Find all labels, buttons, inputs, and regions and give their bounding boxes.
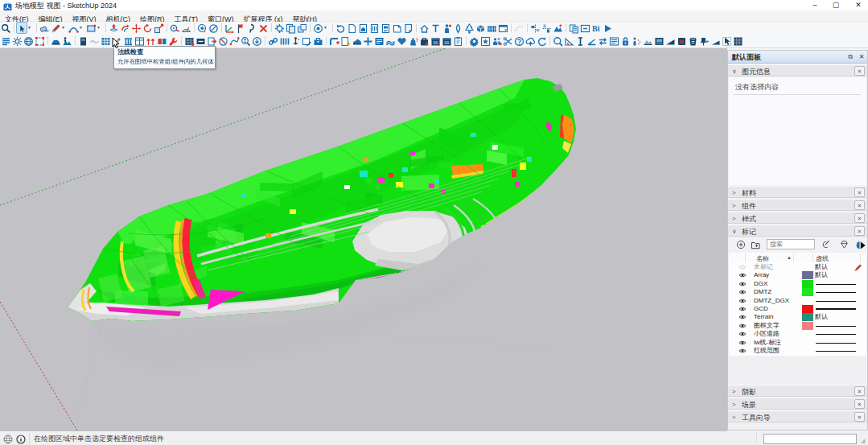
protractor-tool-icon[interactable]	[180, 22, 191, 34]
push-pull-tool-icon[interactable]	[108, 22, 119, 34]
geo-location-icon[interactable]	[23, 35, 34, 47]
tag-row[interactable]: DMTZ	[729, 288, 866, 296]
dropdown-arrow-icon[interactable]: ▼	[61, 22, 68, 34]
eye-hidden-icon[interactable]	[738, 263, 747, 271]
lock-tool-icon[interactable]	[619, 35, 631, 47]
chevron-right-icon[interactable]: >	[732, 189, 736, 196]
rotate-tool-icon[interactable]	[142, 22, 153, 34]
purge-tool-icon[interactable]	[217, 35, 228, 47]
settings-tool-icon[interactable]	[468, 35, 479, 47]
hide-rest-tool-icon[interactable]	[208, 22, 219, 34]
maximize-button[interactable]: ▢	[827, 0, 845, 10]
line-tool-icon[interactable]	[50, 22, 61, 34]
people-tool-icon[interactable]	[491, 35, 502, 47]
tag-dash-line[interactable]	[816, 351, 856, 352]
scatter-tool-icon[interactable]	[631, 35, 642, 47]
panel-header[interactable]: 默认面板 ⧉ ✕	[728, 51, 867, 64]
fence-tool-icon[interactable]	[486, 22, 497, 34]
swap-tool-icon[interactable]	[597, 35, 608, 47]
material-bag-icon[interactable]	[418, 35, 430, 47]
section-shadows[interactable]: >阴影✕	[728, 385, 867, 397]
tag-dash-line[interactable]	[816, 301, 856, 302]
eraser-tool-icon[interactable]	[39, 22, 50, 34]
section-tags[interactable]: ∨标记✕	[728, 225, 867, 237]
section-styles-close-icon[interactable]: ✕	[854, 213, 865, 223]
tree-tool-icon[interactable]	[463, 22, 475, 34]
component-person-icon[interactable]	[441, 22, 452, 34]
tag-dash-line[interactable]	[816, 326, 856, 327]
tag-dash-default[interactable]: 默认	[815, 271, 828, 279]
eye-visible-icon[interactable]	[738, 322, 747, 330]
move-snap-tool-icon[interactable]	[362, 35, 373, 47]
eye-visible-icon[interactable]	[738, 347, 747, 355]
chevron-right-icon[interactable]: >	[732, 202, 736, 208]
filter-pencil-icon[interactable]	[821, 240, 830, 249]
section-styles[interactable]: >样式✕	[728, 212, 867, 224]
soften-edges-icon[interactable]	[88, 35, 100, 47]
dropdown-arrow-icon[interactable]: ▼	[323, 22, 330, 34]
home-view-icon[interactable]	[418, 22, 430, 34]
section-display-icon[interactable]	[77, 35, 88, 47]
tag-dash-default[interactable]: 默认	[815, 313, 828, 321]
dark-window-tool-icon[interactable]	[653, 35, 664, 47]
tag-dash-line[interactable]	[816, 343, 856, 344]
group-tool-icon[interactable]	[296, 22, 307, 34]
flip-tool-icon[interactable]	[156, 35, 167, 47]
leaf-tool-icon[interactable]	[452, 22, 463, 34]
tag-color-swatch[interactable]	[802, 305, 813, 313]
geolocation-icon[interactable]	[3, 433, 13, 445]
pin-tool-icon[interactable]	[698, 35, 710, 47]
3d-box-tool-icon[interactable]	[475, 22, 486, 34]
section-entity-info[interactable]: ∨图元信息✕	[728, 64, 867, 76]
layers-list-icon[interactable]	[0, 35, 11, 47]
terrain-model[interactable]	[68, 78, 576, 321]
tag-row[interactable]: 小区道路	[729, 330, 866, 338]
refresh-tool-icon[interactable]	[536, 35, 547, 47]
tag-color-swatch[interactable]	[802, 288, 813, 296]
close-button[interactable]: ✕	[849, 0, 867, 10]
window-presets-icon[interactable]	[497, 22, 508, 34]
dropdown-arrow-icon[interactable]: ▼	[97, 22, 103, 34]
copy-tool-icon[interactable]	[285, 22, 296, 34]
document-copy-icon[interactable]	[391, 22, 402, 34]
tag-dash-line[interactable]	[816, 284, 856, 285]
zoom-selection-icon[interactable]	[34, 35, 45, 47]
pages-tool-icon[interactable]	[568, 22, 579, 34]
help-tool-icon[interactable]	[513, 35, 525, 47]
collapse-tool-icon[interactable]	[579, 22, 590, 34]
move-tool-icon[interactable]	[130, 22, 142, 34]
measurements-input[interactable]	[763, 434, 857, 444]
tag-color-swatch[interactable]	[802, 313, 813, 321]
bim-info-tool-icon[interactable]	[590, 22, 602, 34]
grade-tool-icon[interactable]	[710, 35, 721, 47]
tape-measure-tool-icon[interactable]	[169, 22, 180, 34]
fix-tool-icon[interactable]	[167, 35, 179, 47]
export-tool-icon[interactable]	[206, 35, 217, 47]
calendar-tool-icon[interactable]	[441, 35, 452, 47]
beam-tool-icon[interactable]	[574, 35, 586, 47]
bucket-tool-icon[interactable]	[687, 35, 698, 47]
tag-color-swatch[interactable]	[802, 271, 813, 279]
texture-tool-icon[interactable]	[732, 35, 743, 47]
panel-pin-icon[interactable]: ⧉	[845, 52, 855, 61]
clipboard-tool-icon[interactable]	[452, 35, 463, 47]
check-document-icon[interactable]	[339, 35, 351, 47]
tag-search-input[interactable]	[767, 239, 815, 249]
chevron-right-icon[interactable]: >	[732, 414, 736, 420]
solid-inspector-icon[interactable]	[396, 35, 407, 47]
section-materials-close-icon[interactable]: ✕	[854, 187, 865, 197]
section-scenes[interactable]: >场景✕	[728, 398, 867, 410]
terrain-grey-tool-icon[interactable]	[642, 35, 653, 47]
chevron-right-icon[interactable]: >	[732, 388, 736, 394]
align-tool-icon[interactable]	[529, 22, 541, 34]
eye-visible-icon[interactable]	[738, 271, 747, 279]
chevron-right-icon[interactable]: >	[732, 215, 736, 221]
previous-view-icon[interactable]	[335, 22, 346, 34]
eye-visible-icon[interactable]	[738, 313, 747, 321]
pipe-add-tool-icon[interactable]	[328, 35, 339, 47]
chevron-right-icon[interactable]: >	[732, 401, 736, 407]
section-shadows-close-icon[interactable]: ✕	[854, 386, 865, 396]
download-tool-icon[interactable]	[251, 35, 262, 47]
grid-table-tool-icon[interactable]	[100, 35, 111, 47]
select-tool-icon[interactable]	[16, 22, 27, 34]
